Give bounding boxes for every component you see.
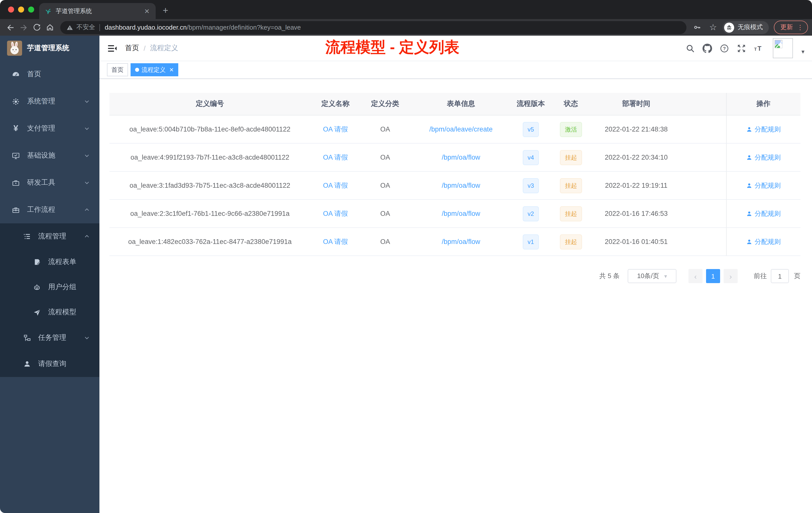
new-tab-button[interactable]: + <box>163 3 168 18</box>
sidebar-item-task-management[interactable]: 任务管理 <box>0 325 99 351</box>
prev-page-button[interactable]: ‹ <box>689 269 702 283</box>
cell-category: OA <box>360 228 410 256</box>
broken-image-icon <box>774 40 784 50</box>
home-button[interactable] <box>43 21 56 34</box>
form-link[interactable]: /bpm/oa/flow <box>442 182 480 189</box>
sidebar-item-label: 系统管理 <box>27 97 55 106</box>
sidebar-item-user-group[interactable]: 用户分组 <box>0 275 99 300</box>
sidebar-item-process-management[interactable]: 流程管理 <box>0 223 99 249</box>
assign-rule-link[interactable]: 分配规则 <box>746 125 781 134</box>
sidebar-item-workflow[interactable]: 工作流程 <box>0 196 99 223</box>
sidebar-item-label: 流程表单 <box>48 258 76 267</box>
sidebar-item-home[interactable]: 首页 <box>0 61 99 88</box>
org-tree-icon <box>23 334 31 342</box>
form-link[interactable]: /bpm/oa/flow <box>442 210 480 217</box>
sidebar-item-dev-tools[interactable]: 研发工具 <box>0 169 99 196</box>
pagination-total: 共 5 条 <box>599 272 620 280</box>
fullscreen-icon[interactable] <box>737 43 746 53</box>
sidebar: 芋道管理系统 首页 系统管理 ¥ 支付管理 <box>0 36 99 513</box>
close-window-button[interactable] <box>8 6 14 12</box>
security-label[interactable]: 不安全 <box>76 23 95 32</box>
monitor-icon <box>11 151 20 160</box>
version-badge: v3 <box>522 178 539 193</box>
current-page-button[interactable]: 1 <box>706 269 720 283</box>
goto-page-input[interactable] <box>771 269 789 283</box>
github-icon[interactable] <box>702 43 712 53</box>
version-badge: v5 <box>522 122 539 137</box>
chevron-up-icon <box>84 233 90 239</box>
page-size-select[interactable]: 10条/页 ▾ <box>628 269 676 283</box>
cell-category: OA <box>360 200 410 228</box>
browser-update-button[interactable]: 更新 ⋮ <box>774 21 808 34</box>
chevron-down-icon <box>84 335 90 341</box>
hamburger-icon[interactable] <box>107 43 117 54</box>
sidebar-item-system[interactable]: 系统管理 <box>0 88 99 115</box>
assign-rule-link[interactable]: 分配规则 <box>746 209 781 218</box>
key-icon[interactable] <box>691 21 703 34</box>
active-tag-dot <box>135 68 139 72</box>
tag-process-definition[interactable]: 流程定义 ✕ <box>130 63 178 76</box>
breadcrumb-separator: / <box>144 44 146 52</box>
definition-name-link[interactable]: OA 请假 <box>323 210 348 217</box>
page-size-value: 10条/页 <box>637 272 659 280</box>
form-link[interactable]: /bpm/oa/leave/create <box>429 125 493 133</box>
browser-tab[interactable]: 芋道管理系统 ✕ <box>39 3 156 19</box>
sidebar-item-label: 首页 <box>27 70 41 79</box>
browser-menu-icon[interactable]: ⋮ <box>797 24 804 31</box>
help-icon[interactable]: ? <box>720 43 729 53</box>
assign-rule-link[interactable]: 分配规则 <box>746 153 781 162</box>
cell-deploy-time: 2022-01-22 19:19:11 <box>592 172 680 200</box>
bookmark-star-icon[interactable]: ☆ <box>706 21 720 34</box>
tab-title: 芋道管理系统 <box>56 7 143 15</box>
cell-deploy-time: 2022-01-16 17:46:53 <box>592 200 680 228</box>
definition-name-link[interactable]: OA 请假 <box>323 181 348 189</box>
form-link[interactable]: /bpm/oa/flow <box>442 154 480 161</box>
avatar[interactable] <box>773 38 793 58</box>
minimize-window-button[interactable] <box>18 6 24 12</box>
sidebar-item-infrastructure[interactable]: 基础设施 <box>0 142 99 169</box>
tag-close-icon[interactable]: ✕ <box>169 66 174 73</box>
tags-view-bar: 首页 流程定义 ✕ <box>99 61 812 79</box>
assign-rule-link[interactable]: 分配规则 <box>746 237 781 246</box>
table-row: oa_leave:3:1fad3d93-7b75-11ec-a3c8-acde4… <box>110 172 801 200</box>
sidebar-item-process-model[interactable]: 流程模型 <box>0 300 99 325</box>
update-label: 更新 <box>780 23 793 32</box>
table-row: oa_leave:1:482ec033-762a-11ec-8477-a2380… <box>110 228 801 256</box>
status-badge: 挂起 <box>560 234 582 249</box>
reload-button[interactable] <box>30 21 43 34</box>
version-badge: v2 <box>522 206 539 221</box>
sidebar-item-leave-query[interactable]: 请假查询 <box>0 351 99 377</box>
user-icon <box>746 182 752 188</box>
tag-home[interactable]: 首页 <box>107 63 128 76</box>
url-text[interactable]: dashboard.yudao.iocoder.cn/bpm/manager/d… <box>105 24 301 31</box>
not-secure-warning-icon <box>66 24 73 31</box>
zoom-window-button[interactable] <box>28 6 34 12</box>
status-badge: 挂起 <box>560 206 582 221</box>
sidebar-item-payment[interactable]: ¥ 支付管理 <box>0 115 99 142</box>
status-badge: 挂起 <box>560 178 582 193</box>
definition-name-link[interactable]: OA 请假 <box>323 153 348 161</box>
next-page-button[interactable]: › <box>724 269 738 283</box>
cell-id: oa_leave:3:1fad3d93-7b75-11ec-a3c8-acde4… <box>110 172 310 200</box>
definition-name-link[interactable]: OA 请假 <box>323 238 348 245</box>
breadcrumb-home[interactable]: 首页 <box>125 44 139 53</box>
content: 定义编号 定义名称 定义分类 表单信息 流程版本 状态 部署时间 操作 <box>99 79 812 283</box>
col-header-status: 状态 <box>549 93 592 115</box>
forward-button[interactable] <box>17 21 30 34</box>
address-bar[interactable]: 不安全 dashboard.yudao.iocoder.cn/bpm/manag… <box>60 21 687 34</box>
caret-down-icon[interactable]: ▾ <box>802 48 805 55</box>
table-header-row: 定义编号 定义名称 定义分类 表单信息 流程版本 状态 部署时间 操作 <box>110 93 801 115</box>
font-size-icon[interactable]: TT <box>754 43 763 53</box>
table-row: oa_leave:5:004b710b-7b8a-11ec-8ef0-acde4… <box>110 115 801 143</box>
definition-name-link[interactable]: OA 请假 <box>323 125 348 133</box>
form-link[interactable]: /bpm/oa/flow <box>442 238 480 245</box>
assign-rule-link[interactable]: 分配规则 <box>746 181 781 190</box>
search-icon[interactable] <box>686 43 695 53</box>
tab-close-icon[interactable]: ✕ <box>143 7 151 15</box>
macos-window-controls[interactable] <box>8 6 34 12</box>
sidebar-item-process-form[interactable]: 流程表单 <box>0 249 99 275</box>
table-row: oa_leave:4:991f2193-7b7f-11ec-a3c8-acde4… <box>110 143 801 172</box>
back-button[interactable] <box>4 21 17 34</box>
sidebar-logo[interactable]: 芋道管理系统 <box>0 36 99 61</box>
definition-table: 定义编号 定义名称 定义分类 表单信息 流程版本 状态 部署时间 操作 <box>110 93 801 256</box>
